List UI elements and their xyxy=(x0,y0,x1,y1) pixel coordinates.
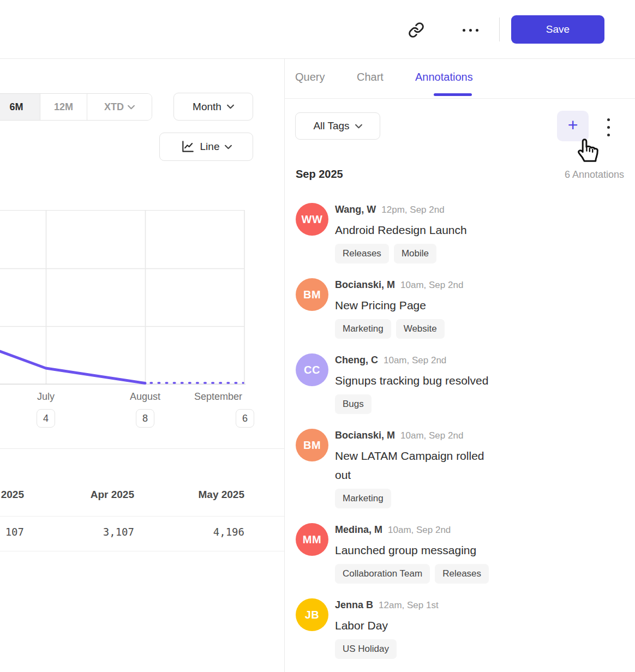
annotation-title: Launched group messaging xyxy=(335,541,501,560)
chevron-down-icon xyxy=(128,105,135,110)
annotation-tag: Marketing xyxy=(335,319,391,339)
annotation-timestamp: 12pm, Sep 2nd xyxy=(381,205,444,215)
range-tab-6m[interactable]: 6M xyxy=(0,94,40,120)
annotation-tag: Releases xyxy=(435,564,489,584)
chevron-down-icon xyxy=(355,124,362,129)
tag-filter-dropdown[interactable]: All Tags xyxy=(295,112,380,140)
header-divider xyxy=(499,17,500,41)
table-column-header: 2025 xyxy=(0,489,24,501)
save-button[interactable]: Save xyxy=(511,15,604,44)
x-axis-label: August xyxy=(130,391,160,403)
annotation-timestamp: 10am, Sep 2nd xyxy=(400,280,463,291)
table-border-top xyxy=(0,448,284,449)
annotation-timestamp: 12am, Sep 1st xyxy=(379,600,439,611)
annotation-timestamp: 10am, Sep 2nd xyxy=(388,525,451,536)
annotation-title: Signups tracking bug resolved xyxy=(335,371,501,390)
series-line-solid xyxy=(0,351,145,383)
annotation-author: Cheng, C xyxy=(335,355,378,366)
tab-query[interactable]: Query xyxy=(295,71,325,83)
annotation-item[interactable]: CC Cheng, C10am, Sep 2nd Signups trackin… xyxy=(296,353,525,414)
annotations-menu-button[interactable] xyxy=(600,118,616,136)
annotation-author: Bocianski, M xyxy=(335,279,395,291)
link-icon xyxy=(408,22,424,38)
table-border-bottom xyxy=(0,551,284,551)
active-tab-underline xyxy=(434,93,472,96)
line-chart xyxy=(0,210,245,385)
annotation-item[interactable]: JB Jenna B12am, Sep 1st Labor Day US Hol… xyxy=(296,598,525,659)
granularity-label: Month xyxy=(193,101,221,113)
line-chart-canvas xyxy=(0,210,245,385)
table-cell-value: 107 xyxy=(0,526,24,538)
avatar-initials: JB xyxy=(305,609,320,621)
tab-annotations[interactable]: Annotations xyxy=(415,71,473,83)
more-options-button[interactable] xyxy=(457,21,483,39)
table-column-header: May 2025 xyxy=(173,489,244,501)
app-window: Save 6M 12M XTD Month Line xyxy=(0,0,635,672)
avatar-initials: MM xyxy=(303,533,321,546)
annotation-author: Medina, M xyxy=(335,524,382,536)
annotation-item[interactable]: BM Bocianski, M10am, Sep 2nd New Pricing… xyxy=(296,278,525,339)
annotation-author: Bocianski, M xyxy=(335,430,395,441)
tabs-border xyxy=(284,98,635,99)
table-cell-value: 3,107 xyxy=(63,526,134,538)
month-section-title: Sep 2025 xyxy=(296,168,343,181)
date-range-segmented-control: 6M 12M XTD xyxy=(0,93,152,121)
avatar: BM xyxy=(296,429,328,461)
range-tab-12m[interactable]: 12M xyxy=(40,94,87,120)
ellipsis-icon xyxy=(463,29,478,32)
avatar: CC xyxy=(296,353,328,386)
annotation-tag: Marketing xyxy=(335,489,391,508)
annotation-count-label: 6 Annotations xyxy=(565,169,624,181)
kebab-menu-icon xyxy=(607,118,610,136)
range-tab-xtd-label: XTD xyxy=(104,101,124,113)
tag-filter-label: All Tags xyxy=(313,120,349,132)
annotation-tag: Mobile xyxy=(394,244,436,263)
line-chart-icon xyxy=(181,140,195,154)
granularity-dropdown[interactable]: Month xyxy=(173,93,253,121)
annotation-title: New Pricing Page xyxy=(335,296,501,315)
x-axis-label: July xyxy=(37,391,55,403)
annotation-author: Wang, W xyxy=(335,204,376,215)
panel-divider xyxy=(284,58,285,672)
avatar: JB xyxy=(296,598,328,631)
annotation-count-badge[interactable]: 6 xyxy=(236,409,254,428)
chart-type-label: Line xyxy=(200,141,220,153)
table-cell-value: 4,196 xyxy=(173,526,244,538)
chart-type-dropdown[interactable]: Line xyxy=(159,133,253,161)
avatar-initials: BM xyxy=(303,439,321,452)
avatar: WW xyxy=(296,203,328,236)
annotation-count-badge[interactable]: 8 xyxy=(136,409,154,428)
tab-chart[interactable]: Chart xyxy=(357,71,384,83)
annotation-title: Android Redesign Launch xyxy=(335,220,501,239)
chevron-down-icon xyxy=(225,145,232,149)
avatar-initials: BM xyxy=(303,289,321,301)
avatar: BM xyxy=(296,278,328,311)
annotation-title: New LATAM Campaign rolled out xyxy=(335,446,501,484)
annotation-item[interactable]: BM Bocianski, M10am, Sep 2nd New LATAM C… xyxy=(296,429,525,508)
copy-link-button[interactable] xyxy=(406,20,427,40)
table-header-divider xyxy=(0,516,284,517)
header-border xyxy=(0,58,635,59)
annotation-item[interactable]: WW Wang, W12pm, Sep 2nd Android Redesign… xyxy=(296,203,525,263)
annotation-tag: US Holiday xyxy=(335,639,397,659)
annotation-tag: Website xyxy=(396,319,445,339)
avatar-initials: CC xyxy=(304,364,320,376)
annotation-count-badge[interactable]: 4 xyxy=(37,409,55,428)
avatar: MM xyxy=(296,523,328,556)
add-annotation-button[interactable]: + xyxy=(557,111,589,141)
chevron-down-icon xyxy=(227,104,234,109)
annotation-author: Jenna B xyxy=(335,599,373,611)
range-tab-xtd[interactable]: XTD xyxy=(87,94,152,120)
annotation-timestamp: 10am, Sep 2nd xyxy=(400,430,463,441)
annotation-tag: Releases xyxy=(335,244,389,263)
avatar-initials: WW xyxy=(302,213,323,226)
annotation-timestamp: 10am, Sep 2nd xyxy=(384,355,446,366)
annotation-item[interactable]: MM Medina, M10am, Sep 2nd Launched group… xyxy=(296,523,525,584)
table-column-header: Apr 2025 xyxy=(63,489,134,501)
annotation-tag: Bugs xyxy=(335,394,372,414)
x-axis-label: September xyxy=(194,391,242,403)
annotation-title: Labor Day xyxy=(335,616,501,635)
annotation-tag: Collaboration Team xyxy=(335,564,430,584)
